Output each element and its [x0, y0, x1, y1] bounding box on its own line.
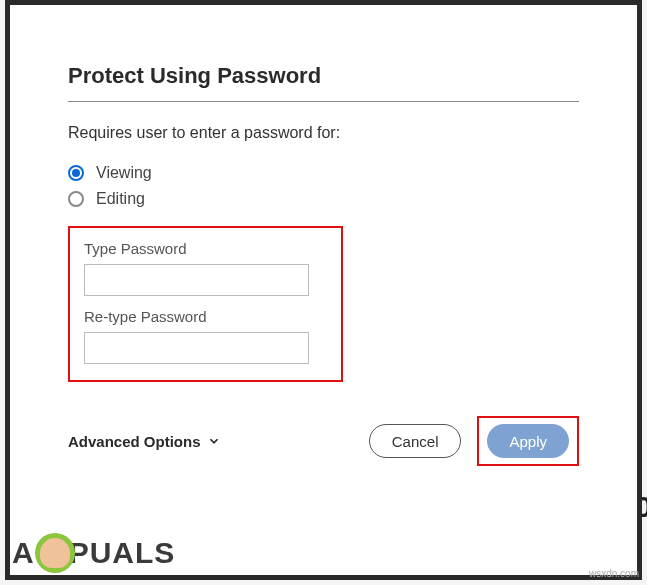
password-input[interactable]	[84, 264, 309, 296]
password-fields-highlight: Type Password Re-type Password	[68, 226, 343, 382]
logo-avatar-icon	[35, 533, 75, 573]
radio-unselected-icon	[68, 191, 84, 207]
password-field-group: Type Password	[84, 240, 327, 296]
dialog-footer: Advanced Options Cancel Apply	[68, 416, 579, 466]
radio-viewing-label: Viewing	[96, 164, 152, 182]
title-divider	[68, 101, 579, 102]
radio-viewing[interactable]: Viewing	[68, 164, 579, 182]
retype-field-group: Re-type Password	[84, 308, 327, 364]
apply-button-highlight: Apply	[477, 416, 579, 466]
appuals-logo: A PUALS	[12, 533, 175, 573]
retype-label: Re-type Password	[84, 308, 327, 325]
retype-input[interactable]	[84, 332, 309, 364]
radio-editing-label: Editing	[96, 190, 145, 208]
password-protect-dialog: Protect Using Password Requires user to …	[5, 0, 642, 580]
advanced-options-toggle[interactable]: Advanced Options	[68, 433, 221, 450]
permission-radio-group: Viewing Editing	[68, 164, 579, 208]
cancel-button[interactable]: Cancel	[369, 424, 462, 458]
logo-prefix: A	[12, 536, 35, 570]
chevron-down-icon	[207, 434, 221, 448]
apply-button[interactable]: Apply	[487, 424, 569, 458]
watermark-text: wsxdn.com	[589, 568, 639, 579]
radio-editing[interactable]: Editing	[68, 190, 579, 208]
dialog-title: Protect Using Password	[68, 63, 579, 89]
logo-suffix: PUALS	[69, 536, 176, 570]
radio-selected-icon	[68, 165, 84, 181]
instruction-text: Requires user to enter a password for:	[68, 124, 579, 142]
button-row: Cancel Apply	[369, 416, 579, 466]
advanced-options-label: Advanced Options	[68, 433, 201, 450]
password-label: Type Password	[84, 240, 327, 257]
